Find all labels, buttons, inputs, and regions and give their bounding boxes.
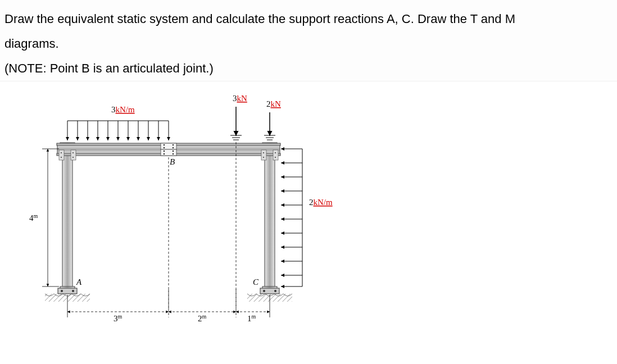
svg-rect-15 bbox=[161, 149, 176, 156]
question-line1: Draw the equivalent static system and ca… bbox=[4, 7, 613, 31]
svg-point-38 bbox=[274, 290, 276, 292]
svg-rect-26 bbox=[261, 150, 266, 160]
label-c: C bbox=[253, 277, 259, 286]
dim-horizontal: 3m 2m 1m bbox=[67, 142, 270, 323]
svg-point-12 bbox=[173, 144, 174, 146]
svg-point-33 bbox=[61, 290, 63, 292]
svg-point-27 bbox=[263, 152, 264, 153]
p1-label: 3kN bbox=[233, 94, 247, 103]
svg-rect-1 bbox=[62, 143, 72, 288]
label-b: B bbox=[170, 157, 175, 166]
svg-rect-4 bbox=[265, 143, 275, 288]
dim-d1-label: 3m bbox=[114, 313, 123, 323]
svg-point-22 bbox=[61, 157, 62, 158]
svg-point-37 bbox=[263, 290, 265, 292]
structural-diagram: 3kN/m 3kN 2kN 2kN/m A bbox=[6, 87, 399, 334]
svg-rect-10 bbox=[161, 143, 176, 149]
distributed-load-top: 3kN/m bbox=[67, 105, 169, 140]
svg-point-14 bbox=[173, 147, 174, 149]
label-a: A bbox=[76, 277, 82, 286]
point-load-3kn: 3kN bbox=[230, 94, 247, 140]
dim-d2-label: 2m bbox=[198, 313, 207, 323]
hinge-b bbox=[161, 143, 176, 156]
svg-rect-29 bbox=[273, 150, 278, 160]
dist-top-label: 3kN/m bbox=[111, 105, 135, 114]
right-column bbox=[262, 143, 277, 289]
question-line2: diagrams. bbox=[4, 31, 613, 56]
svg-point-31 bbox=[275, 157, 276, 158]
svg-point-24 bbox=[72, 152, 74, 153]
svg-point-18 bbox=[164, 153, 165, 155]
svg-rect-23 bbox=[71, 150, 76, 160]
dim-d3-label: 1m bbox=[247, 313, 256, 323]
question-note: (NOTE: Point B is an articulated joint.) bbox=[4, 56, 613, 81]
left-column bbox=[60, 143, 75, 289]
dim-height: 4m bbox=[29, 149, 59, 286]
svg-point-21 bbox=[61, 152, 62, 153]
svg-point-16 bbox=[164, 151, 165, 152]
svg-point-28 bbox=[263, 157, 264, 158]
question-text: Draw the equivalent static system and ca… bbox=[0, 0, 617, 81]
svg-point-13 bbox=[164, 147, 165, 149]
point-load-2kn: 2kN bbox=[264, 99, 281, 140]
svg-point-34 bbox=[72, 290, 74, 292]
svg-point-19 bbox=[173, 153, 174, 155]
svg-point-17 bbox=[173, 151, 174, 152]
dim-h-label: 4m bbox=[29, 213, 38, 222]
dist-side-label: 2kN/m bbox=[309, 198, 333, 207]
distributed-load-side: 2kN/m bbox=[281, 149, 333, 286]
svg-point-25 bbox=[72, 157, 74, 158]
p2-label: 2kN bbox=[266, 99, 281, 108]
svg-rect-20 bbox=[59, 150, 64, 160]
svg-point-11 bbox=[164, 144, 165, 146]
svg-point-30 bbox=[275, 152, 276, 153]
